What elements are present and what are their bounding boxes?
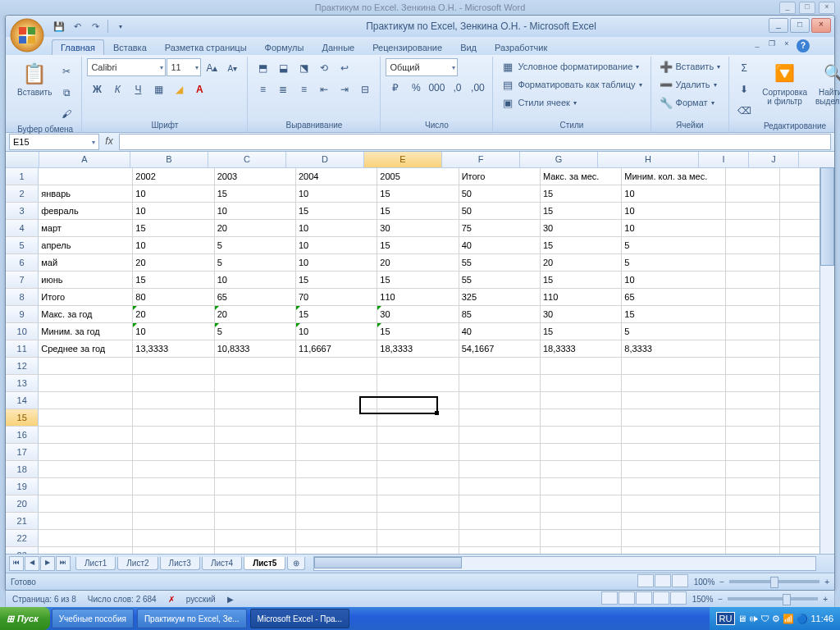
- cell[interactable]: 15: [296, 272, 377, 288]
- vertical-scrollbar[interactable]: [819, 167, 834, 554]
- word-min-icon[interactable]: _: [779, 2, 796, 14]
- cell[interactable]: [296, 513, 377, 529]
- indent-dec-icon[interactable]: ⇤: [314, 80, 334, 99]
- row-header[interactable]: 19: [6, 478, 39, 495]
- tray-icon[interactable]: 📶: [783, 614, 794, 624]
- cell[interactable]: 75: [459, 220, 541, 236]
- cell[interactable]: [726, 306, 780, 322]
- grow-font-icon[interactable]: A▴: [202, 58, 221, 78]
- name-box[interactable]: E15▾: [9, 134, 99, 150]
- word-lang[interactable]: русский: [186, 595, 216, 604]
- cell[interactable]: 2004: [296, 168, 377, 185]
- cell[interactable]: [459, 409, 541, 426]
- formula-input[interactable]: [119, 134, 831, 150]
- cell[interactable]: [459, 461, 541, 477]
- cell[interactable]: [622, 495, 726, 512]
- cell[interactable]: [377, 358, 459, 374]
- row-header[interactable]: 11: [6, 340, 39, 357]
- cell[interactable]: [215, 392, 296, 409]
- row-header[interactable]: 8: [6, 289, 39, 305]
- cell[interactable]: [622, 530, 726, 546]
- cell[interactable]: [541, 409, 622, 426]
- cell[interactable]: [726, 409, 780, 426]
- sheet-tab-Лист4[interactable]: Лист4: [202, 557, 242, 570]
- cell[interactable]: 55: [459, 254, 541, 271]
- cell[interactable]: 15: [133, 220, 214, 236]
- save-icon[interactable]: 💾: [52, 19, 66, 34]
- cell[interactable]: [622, 358, 726, 374]
- word-proof-icon[interactable]: ✗: [168, 595, 175, 604]
- sheet-last-icon[interactable]: ⏭: [56, 556, 71, 571]
- cell[interactable]: Миним. за год: [39, 323, 133, 340]
- wrap-text-icon[interactable]: ↩: [335, 58, 354, 78]
- cell[interactable]: 85: [459, 306, 541, 322]
- cell[interactable]: [296, 461, 377, 477]
- cell[interactable]: 110: [541, 289, 622, 305]
- cell[interactable]: [726, 220, 780, 236]
- zoom-slider[interactable]: [729, 580, 819, 583]
- cell[interactable]: [622, 513, 726, 529]
- fill-color-icon[interactable]: ◢: [169, 80, 189, 99]
- tray-icon[interactable]: ⚙: [772, 614, 780, 624]
- cell[interactable]: 110: [377, 289, 459, 305]
- insert-cells-button[interactable]: ➕Вставить▾: [656, 58, 724, 75]
- cell[interactable]: [39, 375, 133, 391]
- cell[interactable]: [459, 427, 541, 443]
- cell[interactable]: 325: [459, 289, 541, 305]
- cell[interactable]: 10: [215, 203, 296, 219]
- cell[interactable]: [377, 427, 459, 443]
- cell[interactable]: [541, 547, 622, 554]
- find-select-button[interactable]: 🔍 Найти и выделить: [812, 58, 840, 107]
- cell[interactable]: 15: [622, 306, 726, 322]
- row-header[interactable]: 9: [6, 306, 39, 322]
- paste-button[interactable]: 📋 Вставить: [14, 58, 55, 98]
- font-color-icon[interactable]: A: [189, 80, 209, 99]
- cell[interactable]: апрель: [39, 237, 133, 253]
- cell[interactable]: [726, 340, 780, 357]
- italic-icon[interactable]: К: [107, 80, 127, 99]
- cell[interactable]: [726, 185, 780, 202]
- cell[interactable]: [541, 495, 622, 512]
- word-zoom-slider[interactable]: [728, 597, 818, 600]
- cell[interactable]: [215, 427, 296, 443]
- col-header-C[interactable]: C: [208, 152, 286, 167]
- cell[interactable]: [459, 513, 541, 529]
- taskbar-item[interactable]: Microsoft Excel - Пра...: [250, 609, 349, 628]
- cell[interactable]: [377, 495, 459, 512]
- cell[interactable]: Миним. кол. за мес.: [622, 168, 726, 185]
- new-sheet-button[interactable]: ⊕: [287, 557, 305, 570]
- cell[interactable]: Среднее за год: [39, 340, 133, 357]
- cell[interactable]: 10: [622, 220, 726, 236]
- word-zoom-in-icon[interactable]: +: [823, 595, 828, 604]
- cell[interactable]: [215, 461, 296, 477]
- cell[interactable]: 15: [133, 272, 214, 288]
- cell[interactable]: [215, 444, 296, 460]
- cell[interactable]: [377, 513, 459, 529]
- cell[interactable]: 18,3333: [377, 340, 459, 357]
- indent-inc-icon[interactable]: ⇥: [335, 80, 354, 99]
- row-header[interactable]: 16: [6, 427, 39, 443]
- tab-Вид[interactable]: Вид: [451, 39, 486, 55]
- cell[interactable]: 15: [377, 237, 459, 253]
- cell[interactable]: [377, 461, 459, 477]
- col-header-I[interactable]: I: [699, 152, 749, 167]
- cell[interactable]: [39, 392, 133, 409]
- cell[interactable]: [39, 168, 133, 185]
- sheet-prev-icon[interactable]: ◀: [25, 556, 39, 571]
- cell[interactable]: [541, 530, 622, 546]
- shrink-font-icon[interactable]: A▾: [222, 58, 242, 78]
- cell[interactable]: 11,6667: [296, 340, 377, 357]
- row-header[interactable]: 18: [6, 461, 39, 477]
- word-max-icon[interactable]: □: [799, 2, 815, 14]
- cell[interactable]: 20: [215, 220, 296, 236]
- cell[interactable]: [541, 461, 622, 477]
- cell[interactable]: 50: [459, 185, 541, 202]
- cell[interactable]: [39, 478, 133, 495]
- cell[interactable]: [133, 513, 214, 529]
- cell[interactable]: 18,3333: [541, 340, 622, 357]
- qat-customize-icon[interactable]: ▾: [113, 19, 128, 34]
- align-center-icon[interactable]: ≣: [273, 80, 293, 99]
- cell[interactable]: [459, 375, 541, 391]
- cell[interactable]: 13,3333: [133, 340, 214, 357]
- cell[interactable]: [377, 547, 459, 554]
